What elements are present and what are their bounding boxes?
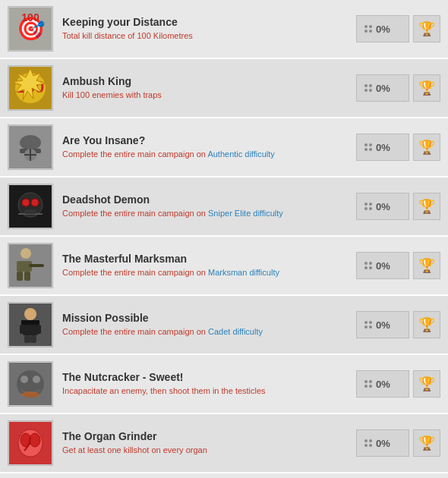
progress-box-are-you-insane: 0% [356, 134, 409, 161]
trophy-icon-mission-possible: 🏆 [418, 316, 435, 333]
achievement-icon-keeping-your-distance: 🎯 100 [8, 6, 53, 52]
progress-box-deadshot-demon: 0% [356, 193, 409, 220]
achievement-info-masterful-marksman: The Masterful Marksman Complete the enti… [62, 253, 349, 278]
progress-text-ambush-king: 0% [376, 83, 390, 94]
dots-icon-masterful-marksman [364, 262, 372, 269]
achievement-title-organ-grinder: The Organ Grinder [62, 430, 349, 442]
achievement-row-mission-possible: Mission Possible Complete the entire mai… [0, 296, 448, 355]
dots-icon-are-you-insane [364, 143, 372, 151]
achievement-title-ambush-king: Ambush King [62, 75, 349, 87]
trophy-icon-organ-grinder: 🏆 [418, 435, 435, 451]
achievement-info-nutcracker-sweet: The Nutcracker - Sweet! Incapacitate an … [62, 371, 349, 397]
achievement-right-ambush-king: 0% 🏆 [356, 74, 440, 102]
progress-box-ambush-king: 0% [356, 74, 409, 102]
achievement-desc-ambush-king: Kill 100 enemies with traps [62, 90, 349, 101]
trophy-box-masterful-marksman: 🏆 [413, 252, 440, 279]
achievement-title-masterful-marksman: The Masterful Marksman [62, 253, 349, 265]
trophy-icon-keeping-your-distance: 🏆 [418, 20, 435, 37]
svg-point-16 [31, 199, 39, 206]
achievement-title-are-you-insane: Are You Insane? [62, 134, 349, 146]
trophy-box-keeping-your-distance: 🏆 [413, 15, 440, 42]
achievement-right-deadshot-demon: 0% 🏆 [356, 193, 440, 220]
progress-box-organ-grinder: 0% [356, 429, 409, 457]
dots-icon-organ-grinder [364, 439, 372, 447]
svg-point-37 [21, 392, 39, 398]
achievement-title-deadshot-demon: Deadshot Demon [62, 193, 349, 206]
svg-text:100: 100 [21, 11, 39, 24]
progress-text-are-you-insane: 0% [376, 142, 390, 153]
achievement-row-are-you-insane: Are You Insane? Complete the entire main… [0, 118, 448, 178]
achievement-desc-masterful-marksman: Complete the entire main campaign on Mar… [62, 267, 349, 278]
dots-icon-nutcracker-sweet [364, 380, 372, 388]
achievement-row-nutcracker-sweet: The Nutcracker - Sweet! Incapacitate an … [0, 355, 448, 414]
achievement-row-ambush-king: 100 Ambush King Kill 100 enemies with tr… [0, 59, 448, 118]
trophy-icon-masterful-marksman: 🏆 [418, 257, 435, 274]
achievement-right-are-you-insane: 0% 🏆 [356, 134, 440, 161]
achievement-desc-mission-possible: Complete the entire main campaign on Cad… [62, 326, 349, 338]
achievement-icon-masterful-marksman [8, 243, 53, 288]
svg-rect-23 [24, 272, 30, 281]
progress-text-mission-possible: 0% [376, 319, 390, 331]
trophy-box-mission-possible: 🏆 [413, 311, 440, 338]
svg-point-26 [24, 308, 36, 320]
achievement-icon-deadshot-demon [8, 184, 53, 229]
achievement-list: 🎯 100 Keeping your Distance Total kill d… [0, 0, 448, 478]
achievement-title-mission-possible: Mission Possible [62, 312, 349, 324]
achievement-title-nutcracker-sweet: The Nutcracker - Sweet! [62, 371, 349, 383]
progress-box-keeping-your-distance: 0% [356, 15, 409, 42]
achievement-row-masterful-marksman: The Masterful Marksman Complete the enti… [0, 237, 448, 296]
svg-point-20 [21, 248, 31, 259]
achievement-right-keeping-your-distance: 0% 🏆 [356, 15, 440, 42]
progress-box-mission-possible: 0% [356, 311, 409, 338]
achievement-icon-are-you-insane [8, 124, 53, 170]
svg-rect-22 [17, 272, 23, 281]
achievement-icon-organ-grinder [8, 420, 53, 466]
dots-icon-keeping-your-distance [364, 25, 372, 33]
achievement-title-keeping-your-distance: Keeping your Distance [62, 16, 349, 28]
achievement-row-deadshot-demon: Deadshot Demon Complete the entire main … [0, 178, 448, 237]
trophy-box-deadshot-demon: 🏆 [413, 193, 440, 220]
trophy-icon-nutcracker-sweet: 🏆 [418, 376, 435, 392]
achievement-desc-keeping-your-distance: Total kill distance of 100 Kilometres [62, 30, 349, 42]
achievement-icon-ambush-king: 100 [8, 65, 53, 111]
achievement-desc-deadshot-demon: Complete the entire main campaign on Sni… [62, 208, 349, 219]
svg-point-36 [33, 376, 40, 383]
achievement-icon-mission-possible [8, 302, 53, 347]
svg-rect-29 [35, 325, 41, 334]
dots-icon-ambush-king [364, 84, 372, 92]
achievement-info-mission-possible: Mission Possible Complete the entire mai… [62, 312, 349, 338]
trophy-box-nutcracker-sweet: 🏆 [413, 370, 440, 398]
achievement-info-are-you-insane: Are You Insane? Complete the entire main… [62, 134, 349, 160]
svg-rect-28 [20, 325, 26, 334]
achievement-desc-organ-grinder: Get at least one killshot on every organ [62, 445, 349, 456]
achievement-row-keeping-your-distance: 🎯 100 Keeping your Distance Total kill d… [0, 0, 448, 59]
achievement-row-organ-grinder: The Organ Grinder Get at least one kills… [0, 414, 448, 473]
svg-rect-24 [29, 264, 44, 267]
achievement-right-masterful-marksman: 0% 🏆 [356, 252, 440, 279]
progress-box-nutcracker-sweet: 0% [356, 370, 409, 398]
dots-icon-mission-possible [364, 321, 372, 329]
achievement-right-organ-grinder: 0% 🏆 [356, 429, 440, 457]
achievement-desc-are-you-insane: Complete the entire main campaign on Aut… [62, 149, 349, 160]
progress-text-keeping-your-distance: 0% [376, 24, 390, 35]
svg-point-15 [22, 199, 30, 206]
trophy-box-organ-grinder: 🏆 [413, 429, 440, 457]
progress-text-nutcracker-sweet: 0% [376, 379, 390, 390]
svg-rect-30 [24, 335, 30, 343]
trophy-box-ambush-king: 🏆 [413, 74, 440, 102]
trophy-icon-are-you-insane: 🏆 [418, 139, 435, 156]
achievement-right-nutcracker-sweet: 0% 🏆 [356, 370, 440, 398]
progress-text-masterful-marksman: 0% [376, 260, 390, 272]
achievement-right-mission-possible: 0% 🏆 [356, 311, 440, 338]
svg-rect-32 [21, 320, 39, 325]
svg-point-41 [30, 433, 40, 447]
achievement-info-ambush-king: Ambush King Kill 100 enemies with traps [62, 75, 349, 101]
trophy-box-are-you-insane: 🏆 [413, 134, 440, 161]
dots-icon-deadshot-demon [364, 203, 372, 210]
achievement-info-keeping-your-distance: Keeping your Distance Total kill distanc… [62, 16, 349, 42]
trophy-icon-ambush-king: 🏆 [418, 80, 435, 96]
progress-text-organ-grinder: 0% [376, 438, 390, 449]
achievement-row-dirty-tactics: Dirty Tactics Kill an enemy via a booby … [0, 473, 448, 478]
achievement-desc-nutcracker-sweet: Incapacitate an enemy, then shoot them i… [62, 385, 349, 397]
progress-box-masterful-marksman: 0% [356, 252, 409, 279]
